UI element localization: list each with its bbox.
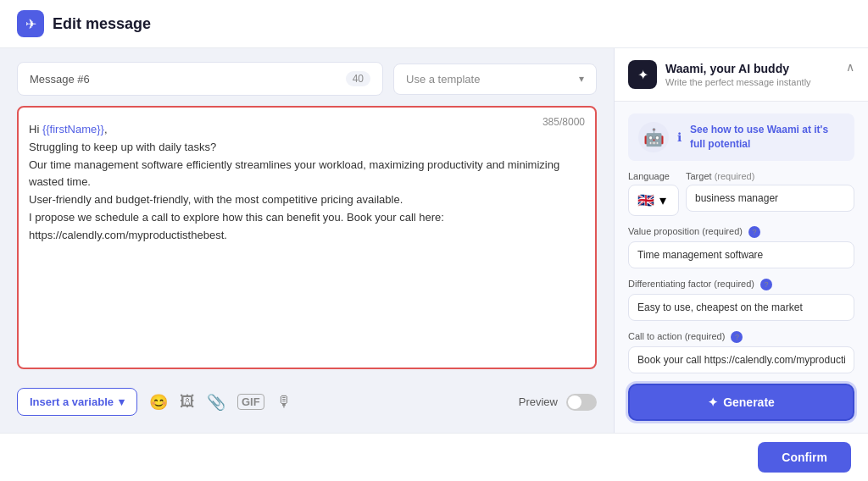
cta-help-icon[interactable]: ? <box>731 331 743 343</box>
footer-bar: Confirm <box>0 433 868 481</box>
info-icon: ℹ <box>677 130 682 144</box>
waami-body: 🤖 ℹ See how to use Waami at it's full po… <box>615 102 868 433</box>
confirm-button[interactable]: Confirm <box>758 442 851 473</box>
message-label: Message #6 <box>30 73 90 86</box>
image-icon[interactable]: 🖼 <box>180 393 195 411</box>
right-panel: ✦ Waami, your AI buddy Write the perfect… <box>614 48 868 433</box>
language-select[interactable]: 🇬🇧 ▾ <box>628 185 679 216</box>
generate-button[interactable]: ✦ Generate <box>628 384 854 421</box>
info-banner: 🤖 ℹ See how to use Waami at it's full po… <box>628 113 854 161</box>
left-panel: Message #6 40 Use a template ▾ 385/8000 … <box>0 48 614 433</box>
diff-factor-group: Differentiating factor (required) ? <box>628 279 854 321</box>
preview-label: Preview <box>519 395 558 408</box>
target-input[interactable] <box>686 185 854 212</box>
generate-icon: ✦ <box>708 395 718 409</box>
waami-title: Waami, your AI buddy <box>665 62 811 75</box>
char-count: 40 <box>346 71 370 86</box>
language-target-row: Language 🇬🇧 ▾ Target (required) <box>628 171 854 216</box>
value-prop-label: Value proposition (required) ? <box>628 226 854 238</box>
target-group: Target (required) <box>686 171 854 212</box>
insert-variable-button[interactable]: Insert a variable ▾ <box>17 388 137 416</box>
waami-icon-symbol: ✦ <box>637 67 648 83</box>
chevron-down-icon: ▾ <box>119 395 125 408</box>
value-prop-group: Value proposition (required) ? <box>628 226 854 268</box>
waami-icon: ✦ <box>628 60 657 89</box>
cta-group: Call to action (required) ? <box>628 331 854 373</box>
info-text: See how to use Waami at it's full potent… <box>690 123 844 152</box>
waami-title-group: Waami, your AI buddy Write the perfect m… <box>665 62 811 87</box>
logo-icon: ✈ <box>25 16 36 32</box>
waami-subtitle: Write the perfect message instantly <box>665 77 811 87</box>
cta-input[interactable] <box>628 346 854 373</box>
cta-label: Call to action (required) ? <box>628 331 854 343</box>
flag-icon: 🇬🇧 <box>637 192 654 208</box>
message-editor[interactable]: 385/8000 Hi {{firstName}}, Struggling to… <box>17 106 597 369</box>
gif-icon[interactable]: GIF <box>237 394 264 410</box>
editor-counter: 385/8000 <box>542 116 585 128</box>
app-logo: ✈ <box>17 10 44 37</box>
template-select-dropdown[interactable]: Use a template ▾ <box>393 64 597 95</box>
mic-icon[interactable]: 🎙 <box>276 393 292 411</box>
language-group: Language 🇬🇧 ▾ <box>628 171 679 216</box>
chevron-down-icon: ▾ <box>579 73 584 85</box>
value-prop-input[interactable] <box>628 241 854 268</box>
diff-factor-input[interactable] <box>628 294 854 321</box>
bottom-toolbar: Insert a variable ▾ 😊 🖼 📎 GIF 🎙 Preview <box>17 379 597 419</box>
emoji-icon[interactable]: 😊 <box>149 393 168 412</box>
lang-chevron: ▾ <box>659 192 666 208</box>
robot-icon: 🤖 <box>638 122 669 152</box>
editor-content[interactable]: Hi {{firstName}}, Struggling to keep up … <box>29 118 585 245</box>
diff-factor-label: Differentiating factor (required) ? <box>628 279 854 290</box>
attachment-icon[interactable]: 📎 <box>207 393 225 412</box>
variable-firstname: {{firstName}} <box>42 123 104 135</box>
template-select-label: Use a template <box>406 73 480 86</box>
diff-factor-help-icon[interactable]: ? <box>760 279 772 290</box>
message-label-container: Message #6 40 <box>17 62 383 96</box>
preview-toggle[interactable] <box>566 394 597 411</box>
top-bar: Message #6 40 Use a template ▾ <box>17 62 597 96</box>
toolbar-left: Insert a variable ▾ 😊 🖼 📎 GIF 🎙 <box>17 388 292 416</box>
target-label: Target (required) <box>686 171 854 181</box>
target-required: (required) <box>715 171 755 181</box>
value-prop-help-icon[interactable]: ? <box>748 226 760 238</box>
main-container: Message #6 40 Use a template ▾ 385/8000 … <box>0 48 868 433</box>
chevron-up-icon[interactable]: ∧ <box>846 60 854 74</box>
page-title: Edit message <box>53 15 151 33</box>
insert-var-label: Insert a variable <box>30 395 114 408</box>
waami-header-left: ✦ Waami, your AI buddy Write the perfect… <box>628 60 811 89</box>
generate-label: Generate <box>723 395 775 409</box>
header: ✈ Edit message <box>0 0 868 48</box>
waami-header: ✦ Waami, your AI buddy Write the perfect… <box>615 48 868 102</box>
language-label: Language <box>628 171 679 181</box>
toolbar-right: Preview <box>519 394 597 411</box>
